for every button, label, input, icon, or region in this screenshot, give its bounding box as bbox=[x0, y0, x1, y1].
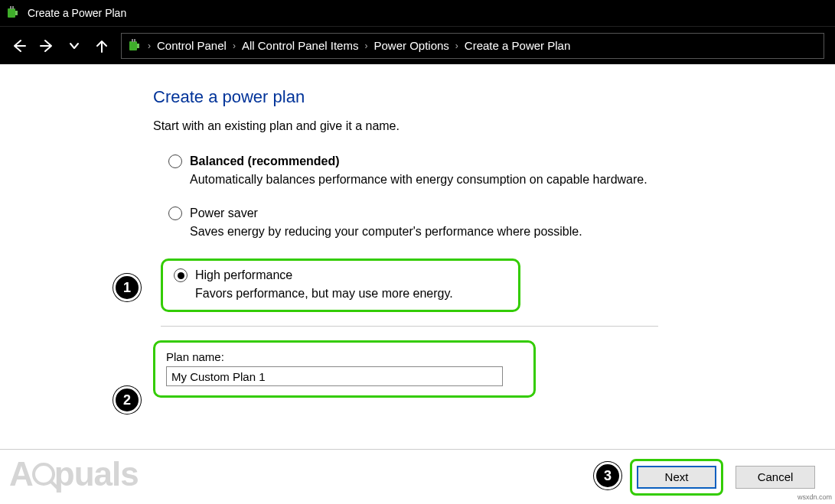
cancel-button[interactable]: Cancel bbox=[736, 466, 815, 489]
bottom-bar: Next Cancel bbox=[0, 449, 835, 504]
plan-power-saver[interactable]: Power saver Saves energy by reducing you… bbox=[153, 206, 835, 239]
next-button[interactable]: Next bbox=[637, 466, 716, 489]
up-button[interactable] bbox=[93, 37, 110, 54]
radio-power-saver[interactable] bbox=[168, 206, 182, 220]
highlight-plan-name: Plan name: bbox=[153, 340, 536, 398]
chevron-right-icon: › bbox=[363, 41, 369, 51]
chevron-right-icon: › bbox=[231, 41, 237, 51]
svg-rect-1 bbox=[15, 11, 18, 15]
nav-bar: › Control Panel › All Control Panel Item… bbox=[0, 26, 835, 64]
svg-rect-7 bbox=[134, 39, 135, 42]
page-heading: Create a power plan bbox=[153, 87, 835, 107]
highlight-next-button: Next bbox=[630, 459, 723, 496]
plan-label: Balanced (recommended) bbox=[190, 154, 340, 168]
highlight-high-performance: High performance Favors performance, but… bbox=[161, 259, 520, 312]
source-text: wsxdn.com bbox=[797, 493, 832, 501]
radio-high-performance[interactable] bbox=[174, 268, 188, 282]
svg-rect-5 bbox=[137, 44, 139, 48]
address-bar[interactable]: › Control Panel › All Control Panel Item… bbox=[121, 33, 824, 59]
plan-balanced[interactable]: Balanced (recommended) Automatically bal… bbox=[153, 154, 835, 187]
step-badge-2: 2 bbox=[113, 386, 141, 414]
address-icon bbox=[128, 39, 142, 53]
svg-rect-6 bbox=[132, 39, 133, 42]
step-badge-1: 1 bbox=[113, 274, 141, 301]
app-icon bbox=[6, 6, 20, 20]
breadcrumb-item[interactable]: Create a Power Plan bbox=[465, 39, 570, 52]
back-button[interactable] bbox=[11, 37, 28, 54]
plan-name-input[interactable] bbox=[166, 366, 503, 386]
breadcrumb-item[interactable]: Control Panel bbox=[157, 39, 227, 52]
forward-button[interactable] bbox=[38, 37, 55, 54]
divider bbox=[161, 326, 658, 327]
svg-rect-2 bbox=[10, 6, 11, 9]
plan-desc: Automatically balances performance with … bbox=[168, 173, 835, 187]
svg-rect-0 bbox=[8, 8, 15, 18]
plan-label: Power saver bbox=[190, 206, 258, 220]
window-title: Create a Power Plan bbox=[28, 7, 126, 19]
page-subheading: Start with an existing plan and give it … bbox=[153, 119, 835, 133]
svg-rect-4 bbox=[129, 41, 137, 50]
breadcrumb-item[interactable]: All Control Panel Items bbox=[242, 39, 359, 52]
radio-balanced[interactable] bbox=[168, 154, 182, 168]
chevron-right-icon: › bbox=[146, 41, 152, 51]
plan-desc: Saves energy by reducing your computer's… bbox=[168, 225, 835, 239]
history-dropdown[interactable] bbox=[66, 37, 83, 54]
plan-high-performance[interactable]: High performance Favors performance, but… bbox=[174, 268, 507, 301]
plan-name-label: Plan name: bbox=[166, 350, 523, 363]
breadcrumb-item[interactable]: Power Options bbox=[373, 39, 448, 52]
plan-label: High performance bbox=[195, 268, 292, 282]
chevron-right-icon: › bbox=[454, 41, 460, 51]
title-bar: Create a Power Plan bbox=[0, 0, 835, 26]
plan-desc: Favors performance, but may use more ene… bbox=[174, 287, 507, 301]
svg-rect-3 bbox=[12, 6, 14, 9]
step-badge-3: 3 bbox=[594, 462, 621, 489]
